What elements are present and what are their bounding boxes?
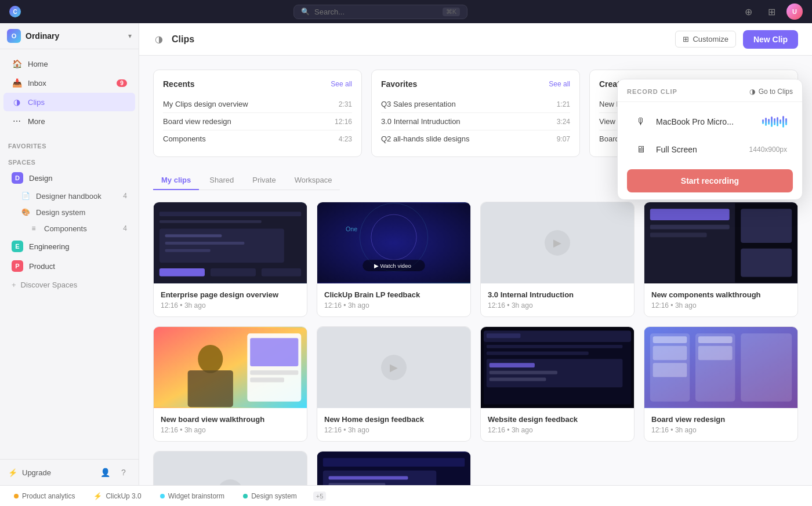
sidebar-space-design[interactable]: D Design bbox=[3, 169, 135, 187]
global-search[interactable]: 🔍 Search... ⌘K bbox=[293, 5, 467, 19]
sidebar-space-product[interactable]: P Product bbox=[3, 257, 135, 275]
discover-spaces-btn[interactable]: + Discover Spaces bbox=[3, 276, 135, 293]
sidebar-item-design-system[interactable]: 🎨 Design system bbox=[3, 205, 135, 220]
audio-bar bbox=[765, 118, 767, 126]
clip-card-8[interactable]: Board view redesign 12:16 • 3h ago bbox=[644, 326, 798, 442]
clip-card-4[interactable]: New components walkthrough 12:16 • 3h ag… bbox=[644, 202, 798, 317]
designer-handbook-label: Designer handbook bbox=[36, 192, 102, 201]
sidebar-item-clips[interactable]: ◑ Clips ··· bbox=[3, 93, 135, 111]
engineering-space-label: Engineering bbox=[29, 242, 127, 251]
clip-meta-1: 12:16 • 3h ago bbox=[161, 301, 300, 310]
bottom-bar-clickup-3[interactable]: ⚡ ClickUp 3.0 bbox=[89, 490, 146, 503]
list-item[interactable]: My Clips design overview 2:31 bbox=[163, 96, 352, 113]
upgrade-btn[interactable]: ⚡ Upgrade bbox=[8, 468, 51, 477]
app-body: O Ordinary ▾ 🏠 Home 📥 Inbox 9 ◑ Clips ··… bbox=[0, 23, 812, 485]
sidebar-item-inbox[interactable]: 📥 Inbox 9 bbox=[3, 74, 135, 92]
fav-item-0-name: Q3 Sales presentation bbox=[381, 100, 456, 108]
clip-thumb-1 bbox=[154, 202, 307, 283]
clip-title-6: New Home design feedback bbox=[324, 415, 463, 424]
design-space-label: Design bbox=[29, 174, 127, 183]
tab-private[interactable]: Private bbox=[244, 171, 284, 190]
product-space-icon: P bbox=[12, 260, 23, 272]
clip-card-9[interactable]: ▶ Clip preview bbox=[153, 451, 307, 485]
svg-rect-2 bbox=[160, 220, 262, 223]
list-item[interactable]: Q3 Sales presentation 1:21 bbox=[381, 96, 570, 113]
sidebar-item-components[interactable]: ≡ Components 4 bbox=[3, 221, 135, 236]
bottom-bar-widget-brainstorm[interactable]: Widget brainstorm bbox=[155, 490, 229, 503]
tab-my-clips[interactable]: My clips bbox=[153, 171, 199, 190]
svg-rect-1 bbox=[160, 212, 301, 216]
more-icon: ⋯ bbox=[12, 116, 22, 126]
svg-rect-40 bbox=[490, 378, 546, 381]
list-item[interactable]: 3.0 Internal Intruduction 3:24 bbox=[381, 113, 570, 130]
go-to-clips-btn[interactable]: ◑ Go to Clips bbox=[749, 88, 793, 96]
go-to-clips-label: Go to Clips bbox=[759, 88, 793, 96]
clip-placeholder-9: ▶ bbox=[154, 452, 307, 485]
bottom-bar-product-analytics[interactable]: Product analytics bbox=[9, 490, 79, 503]
sidebar-item-home[interactable]: 🏠 Home bbox=[3, 54, 135, 73]
topbar: C 🔍 Search... ⌘K ⊕ ⊞ U bbox=[0, 0, 812, 23]
svg-rect-20 bbox=[650, 225, 730, 230]
recent-item-1-name: Board view redesign bbox=[163, 117, 231, 126]
workspace-icon: O bbox=[7, 29, 21, 43]
tab-shared[interactable]: Shared bbox=[201, 171, 242, 190]
clip-card-1[interactable]: Enterprise page design overview 12:16 • … bbox=[153, 202, 307, 317]
list-item[interactable]: Board view redesign 12:16 bbox=[163, 113, 352, 130]
mic-option[interactable]: 🎙 MacBook Pro Micro... bbox=[627, 109, 793, 134]
upgrade-label: Upgrade bbox=[22, 468, 51, 477]
sidebar-item-more-label: More bbox=[28, 117, 127, 126]
clip-info-2: ClickUp Brain LP feedback 12:16 • 3h ago bbox=[317, 283, 470, 316]
recents-see-all[interactable]: See all bbox=[331, 80, 352, 88]
audio-bar bbox=[768, 119, 770, 125]
svg-rect-53 bbox=[329, 476, 408, 480]
list-item[interactable]: Components 4:23 bbox=[163, 130, 352, 147]
audio-bars bbox=[762, 116, 787, 128]
svg-rect-38 bbox=[490, 363, 535, 367]
clip-card-5[interactable]: New board view walkthrough 12:16 • 3h ag… bbox=[153, 326, 307, 442]
sidebar-item-designer-handbook[interactable]: 📄 Designer handbook 4 bbox=[3, 188, 135, 203]
svg-rect-22 bbox=[741, 209, 792, 243]
new-clip-button[interactable]: New Clip bbox=[743, 30, 798, 49]
record-popup-body: 🎙 MacBook Pro Micro... bbox=[618, 102, 802, 199]
screen-option[interactable]: 🖥 Full Screen 1440x900px bbox=[627, 137, 793, 162]
sidebar-space-engineering[interactable]: E Engineering bbox=[3, 237, 135, 256]
person-icon[interactable]: 👤 bbox=[98, 465, 112, 479]
clip-info-4: New components walkthrough 12:16 • 3h ag… bbox=[644, 283, 798, 316]
start-recording-button[interactable]: Start recording bbox=[627, 169, 793, 192]
clip-card-2[interactable]: One ▶ Watch video ClickUp Brain LP feedb… bbox=[317, 202, 471, 317]
clips-icon: ◑ bbox=[12, 97, 22, 107]
bottom-bar-plus[interactable]: +5 bbox=[313, 492, 327, 501]
clip-thumb-5 bbox=[154, 327, 307, 408]
help-icon[interactable]: ? bbox=[117, 465, 130, 479]
add-icon[interactable]: ⊕ bbox=[740, 3, 756, 20]
grid-icon[interactable]: ⊞ bbox=[763, 3, 780, 20]
record-clip-label: RECORD CLIP bbox=[627, 88, 677, 95]
clip-meta-8: 12:16 • 3h ago bbox=[651, 426, 791, 434]
clip-card-10[interactable]: Analytics overview bbox=[317, 451, 471, 485]
audio-bar bbox=[780, 119, 781, 124]
clip-thumb-10 bbox=[317, 452, 470, 485]
home-icon: 🏠 bbox=[12, 59, 22, 69]
user-avatar[interactable]: U bbox=[786, 3, 803, 20]
customize-btn[interactable]: ⊞ Customize bbox=[675, 31, 735, 48]
list-item[interactable]: Q2 all-hands slide designs 9:07 bbox=[381, 130, 570, 147]
clip-card-6[interactable]: ▶ New Home design feedback 12:16 • 3h ag… bbox=[317, 326, 471, 442]
clip-card-7[interactable]: Website design feedback 12:16 • 3h ago bbox=[480, 326, 635, 442]
bottom-bar-design-system[interactable]: Design system bbox=[238, 490, 302, 503]
play-icon: ▶ bbox=[545, 230, 570, 256]
svg-rect-48 bbox=[698, 336, 733, 343]
spaces-label: Spaces bbox=[0, 152, 139, 168]
favorites-see-all[interactable]: See all bbox=[549, 80, 570, 88]
svg-rect-51 bbox=[323, 458, 465, 467]
tab-workspace[interactable]: Workspace bbox=[287, 171, 340, 190]
search-shortcut: ⌘K bbox=[443, 8, 460, 16]
sidebar-item-more[interactable]: ⋯ More bbox=[3, 112, 135, 130]
mic-icon: 🎙 bbox=[633, 114, 649, 130]
clip-card-3[interactable]: ▶ 3.0 Internal Intruduction 12:16 • 3h a… bbox=[480, 202, 635, 317]
clip-placeholder-3: ▶ bbox=[481, 202, 634, 283]
audio-bar bbox=[782, 116, 784, 128]
svg-rect-30 bbox=[250, 378, 284, 383]
customize-label: Customize bbox=[693, 35, 728, 43]
product-analytics-label: Product analytics bbox=[22, 492, 75, 500]
workspace-selector[interactable]: O Ordinary ▾ bbox=[0, 23, 139, 49]
